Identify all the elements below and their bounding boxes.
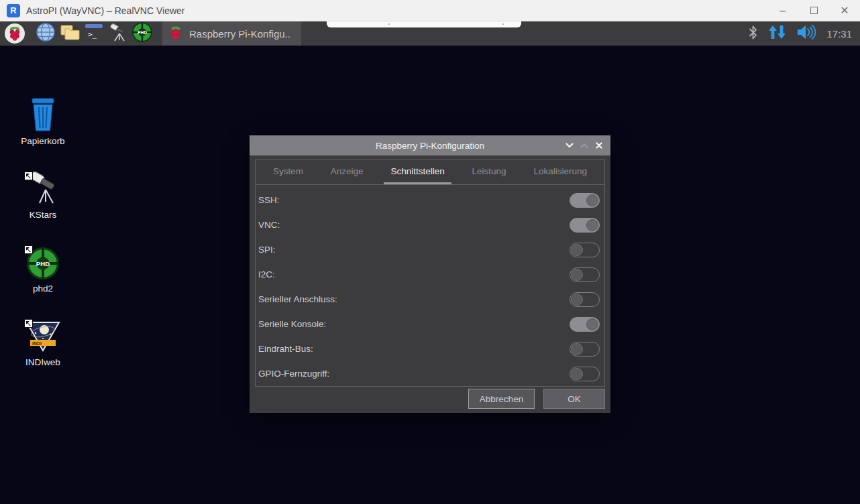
toggle-knob bbox=[586, 318, 598, 330]
row-ssh: SSH: bbox=[256, 188, 604, 212]
row-i2c: I2C: bbox=[256, 262, 604, 287]
serial-console-toggle[interactable] bbox=[570, 317, 600, 332]
phd2-launcher-button[interactable]: PHD bbox=[130, 21, 154, 46]
svg-text:INDI: INDI bbox=[32, 341, 42, 346]
shortcut-badge-icon bbox=[24, 319, 33, 328]
shortcut-badge-icon bbox=[24, 245, 33, 254]
setting-label: SPI: bbox=[258, 245, 276, 255]
clock[interactable]: 17:31 bbox=[826, 28, 852, 40]
folder-icon bbox=[60, 23, 80, 44]
minimize-button[interactable]: – bbox=[767, 0, 798, 21]
raspberry-icon-small bbox=[169, 25, 182, 43]
raspberry-icon bbox=[5, 23, 25, 44]
tab-frame: System Anzeige Schnittstellen Leistung L… bbox=[255, 160, 605, 387]
setting-label: GPIO-Fernzugriff: bbox=[258, 369, 329, 379]
maximize-icon bbox=[810, 7, 818, 14]
vnc-toggle[interactable] bbox=[570, 218, 600, 233]
tab-lokalisierung[interactable]: Lokalisierung bbox=[527, 160, 594, 184]
row-spi: SPI: bbox=[256, 237, 604, 262]
window-controls: – ✕ bbox=[767, 0, 860, 21]
desktop-icon-indiweb[interactable]: INDI INDIweb bbox=[11, 319, 75, 367]
row-serial-port: Serieller Anschluss: bbox=[256, 287, 604, 312]
toggle-knob bbox=[586, 219, 598, 231]
setting-label: Eindraht-Bus: bbox=[258, 344, 313, 354]
setting-label: I2C: bbox=[258, 269, 275, 279]
web-browser-button[interactable] bbox=[34, 21, 58, 46]
desktop-icon-label: phd2 bbox=[11, 284, 75, 294]
desktop-icon-trash[interactable]: Papierkorb bbox=[11, 98, 75, 146]
trash-icon bbox=[28, 97, 58, 134]
system-tray: 17:31 bbox=[749, 25, 860, 42]
close-button[interactable]: ✕ bbox=[829, 0, 860, 21]
dialog-title: Raspberry Pi-Konfiguration bbox=[376, 141, 484, 151]
vnc-window-titlebar: R AstroPI (WayVNC) – RealVNC Viewer – ✕ bbox=[0, 0, 860, 21]
telescope-icon bbox=[108, 22, 128, 45]
shade-button[interactable] bbox=[562, 135, 577, 155]
tab-schnittstellen[interactable]: Schnittstellen bbox=[384, 160, 451, 184]
shortcut-badge-icon bbox=[24, 172, 33, 180]
svg-text:PHD: PHD bbox=[138, 30, 147, 35]
i2c-toggle[interactable] bbox=[570, 267, 600, 282]
toggle-knob bbox=[571, 244, 583, 256]
globe-icon bbox=[36, 23, 55, 44]
unshade-button[interactable] bbox=[577, 135, 592, 155]
row-serial-console: Serielle Konsole: bbox=[256, 312, 604, 336]
tab-bar: System Anzeige Schnittstellen Leistung L… bbox=[256, 160, 604, 185]
tab-leistung[interactable]: Leistung bbox=[466, 160, 513, 184]
desktop-icon-kstars[interactable]: KStars bbox=[11, 172, 75, 220]
terminal-icon: >_ bbox=[85, 23, 103, 44]
row-onewire: Eindraht-Bus: bbox=[256, 336, 604, 361]
desktop-icon-label: Papierkorb bbox=[11, 136, 75, 146]
maximize-button[interactable] bbox=[798, 0, 829, 21]
menu-raspberry-button[interactable] bbox=[3, 21, 27, 46]
file-manager-button[interactable] bbox=[58, 21, 82, 46]
toggle-knob bbox=[586, 194, 598, 206]
svg-text:>_: >_ bbox=[88, 30, 97, 39]
raspi-config-dialog: Raspberry Pi-Konfiguration System Anzeig… bbox=[250, 135, 610, 413]
realvnc-app-icon: R bbox=[7, 4, 20, 17]
cancel-button[interactable]: Abbrechen bbox=[468, 389, 535, 409]
setting-label: Serielle Konsole: bbox=[258, 319, 326, 329]
dialog-controls bbox=[562, 135, 606, 155]
bluetooth-icon[interactable] bbox=[749, 25, 757, 42]
toggle-knob bbox=[571, 343, 583, 355]
desktop-icon-label: KStars bbox=[11, 210, 75, 220]
terminal-button[interactable]: >_ bbox=[82, 21, 106, 46]
setting-label: SSH: bbox=[258, 195, 280, 205]
network-updown-icon[interactable] bbox=[768, 25, 786, 42]
dialog-titlebar[interactable]: Raspberry Pi-Konfiguration bbox=[250, 135, 610, 155]
taskbar-window-raspi-config[interactable]: Raspberry Pi-Konfigu.. bbox=[162, 21, 301, 46]
toggle-knob bbox=[571, 294, 583, 306]
serial-port-toggle[interactable] bbox=[570, 292, 600, 307]
row-vnc: VNC: bbox=[256, 212, 604, 237]
realvnc-viewer-window: R AstroPI (WayVNC) – RealVNC Viewer – ✕ bbox=[0, 0, 860, 504]
vnc-window-title: AstroPI (WayVNC) – RealVNC Viewer bbox=[26, 5, 185, 16]
spi-toggle[interactable] bbox=[570, 243, 600, 257]
desktop-icon-phd2[interactable]: PHD phd2 bbox=[11, 245, 75, 294]
svg-text:PHD: PHD bbox=[36, 260, 50, 267]
desktop-icon-label: INDIweb bbox=[11, 357, 75, 367]
tab-system[interactable]: System bbox=[266, 160, 310, 184]
taskbar-window-label: Raspberry Pi-Konfigu.. bbox=[189, 28, 290, 40]
dialog-button-row: Abbrechen OK bbox=[468, 389, 605, 409]
setting-label: Serieller Anschluss: bbox=[258, 294, 337, 304]
onewire-toggle[interactable] bbox=[570, 342, 600, 357]
ssh-toggle[interactable] bbox=[570, 193, 600, 208]
tab-anzeige[interactable]: Anzeige bbox=[324, 160, 370, 184]
row-gpio-remote: GPIO-Fernzugriff: bbox=[256, 361, 604, 386]
vnc-toolbar-strip[interactable] bbox=[327, 21, 521, 27]
ok-button[interactable]: OK bbox=[543, 389, 605, 409]
setting-label: VNC: bbox=[258, 220, 280, 230]
gpio-remote-toggle[interactable] bbox=[570, 367, 600, 381]
toggle-knob bbox=[571, 269, 583, 281]
settings-list: SSH: VNC: SPI: I2C: Serieller Anschluss: bbox=[256, 185, 604, 386]
phd2-target-icon: PHD bbox=[132, 22, 152, 45]
toggle-knob bbox=[571, 368, 583, 380]
dialog-close-button[interactable] bbox=[592, 135, 606, 155]
kstars-launcher-button[interactable] bbox=[106, 21, 130, 46]
volume-icon[interactable] bbox=[797, 25, 816, 42]
